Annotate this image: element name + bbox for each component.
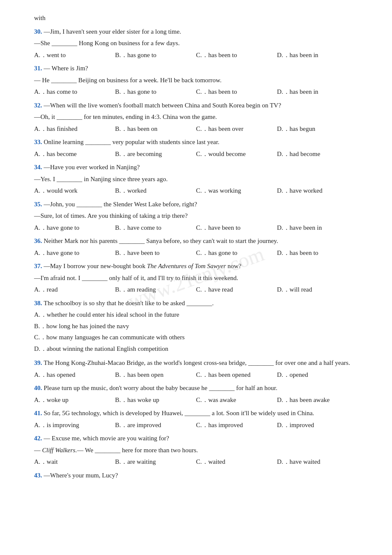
option-item: B.．has woke up <box>115 395 196 406</box>
question-number: 40. <box>34 384 44 391</box>
question-line: 42. — Excuse me, which movie are you wai… <box>34 433 358 444</box>
option-item: B.．have been to <box>115 248 196 259</box>
question-number: 38. <box>34 300 44 306</box>
options-block: A.．whether he could enter his ideal scho… <box>34 309 358 354</box>
question-line: 32. —When will the live women's football… <box>34 100 358 111</box>
option-item: C.．has improved <box>196 420 277 431</box>
option-item: A.．read <box>34 284 115 295</box>
option-item: D.．have waited <box>277 457 358 468</box>
intro-text: with <box>34 13 358 24</box>
option-item: D.．has been in <box>277 50 358 61</box>
option-item: C.．was awake <box>196 395 277 406</box>
option-item: A.．has come to <box>34 87 115 98</box>
question-line: 40. Please turn up the music, don't worr… <box>34 383 358 394</box>
option-item: D.．improved <box>277 420 358 431</box>
question-block: 38. The schoolboy is so shy that he does… <box>34 298 358 355</box>
question-block: 31. — Where is Jim?— He ________ Beijing… <box>34 63 358 98</box>
option-item: B.．has been open <box>115 370 196 381</box>
question-number: 32. <box>34 102 44 109</box>
option-item: B.．has gone to <box>115 50 196 61</box>
question-line: 35. —John, you ________ the Slender West… <box>34 199 358 210</box>
question-number: 34. <box>34 164 44 171</box>
option-item: B.．has been on <box>115 124 196 135</box>
option-item: C.．has been to <box>196 50 277 61</box>
option-item: A.．has opened <box>34 370 115 381</box>
question-line: 43. —Where's your mum, Lucy? <box>34 470 358 481</box>
question-block: 35. —John, you ________ the Slender West… <box>34 199 358 234</box>
options-row: A.．went toB.．has gone toC.．has been toD.… <box>34 50 358 61</box>
option-item: B.．worked <box>115 185 196 197</box>
option-item: C.．has been to <box>196 87 277 98</box>
question-line: —Sure, lot of times. Are you thinking of… <box>34 211 358 222</box>
option-item: D.．will read <box>277 284 358 295</box>
question-number: 42. <box>34 435 44 442</box>
option-item: A.．went to <box>34 50 115 61</box>
option-item: A.．has become <box>34 149 115 160</box>
options-row: A.．woke upB.．has woke upC.．was awakeD.．h… <box>34 395 358 406</box>
question-number: 41. <box>34 410 44 416</box>
option-item: C.．have read <box>196 284 277 295</box>
question-block: 39. The Hong Kong-Zhuhai-Macao Bridge, a… <box>34 358 358 380</box>
option-item: D.．have been in <box>277 223 358 234</box>
question-number: 43. <box>34 472 44 479</box>
option-item: A.．wait <box>34 457 115 468</box>
option-item: A.．have gone to <box>34 248 115 259</box>
option-item: A.．is improving <box>34 420 115 431</box>
options-row: A.．has finishedB.．has been onC.．has been… <box>34 124 358 135</box>
option-item: C.．would become <box>196 149 277 160</box>
question-block: 41. So far, 5G technology, which is deve… <box>34 408 358 431</box>
question-line: —Oh, it ________ for ten minutes, ending… <box>34 112 358 123</box>
question-line: —She ________ Hong Kong on business for … <box>34 38 358 49</box>
question-line: — He ________ Beijing on business for a … <box>34 75 358 86</box>
option-item: A.．have gone to <box>34 223 115 234</box>
question-line: —Yes. I ________ in Nanjing since three … <box>34 174 358 185</box>
question-block: 36. Neither Mark nor his parents _______… <box>34 236 358 258</box>
option-item: B.．how long he has joined the navy <box>34 321 358 332</box>
option-item: C.．was working <box>196 185 277 197</box>
options-row: A.．have gone toB.．have been toC.．has gon… <box>34 248 358 259</box>
options-row: A.．readB.．am readingC.．have readD.．will … <box>34 284 358 295</box>
option-item: D.．has been to <box>277 248 358 259</box>
question-line: —I'm afraid not. I ________ only half of… <box>34 273 358 284</box>
question-block: 37. —May I borrow your new-bought book T… <box>34 261 358 295</box>
question-block: 32. —When will the live women's football… <box>34 100 358 135</box>
option-item: D.．has been awake <box>277 395 358 406</box>
option-item: B.．are waiting <box>115 457 196 468</box>
question-line: 37. —May I borrow your new-bought book T… <box>34 261 358 272</box>
question-line: 36. Neither Mark nor his parents _______… <box>34 236 358 247</box>
option-item: B.．has gone to <box>115 87 196 98</box>
option-item: B.．are improved <box>115 420 196 431</box>
question-number: 37. <box>34 263 44 269</box>
option-item: C.．have been to <box>196 223 277 234</box>
option-item: A.．would work <box>34 185 115 197</box>
options-row: A.．have gone toB.．have come toC.．have be… <box>34 223 358 234</box>
question-line: 38. The schoolboy is so shy that he does… <box>34 298 358 309</box>
option-item: B.．have come to <box>115 223 196 234</box>
question-block: 33. Online learning ________ very popula… <box>34 137 358 159</box>
options-row: A.．would workB.．workedC.．was workingD.．h… <box>34 185 358 197</box>
question-number: 36. <box>34 237 44 244</box>
question-number: 33. <box>34 139 44 145</box>
option-item: D.．opened <box>277 370 358 381</box>
option-item: B.．are becoming <box>115 149 196 160</box>
question-line: 31. — Where is Jim? <box>34 63 358 74</box>
options-row: A.．has becomeB.．are becomingC.．would bec… <box>34 149 358 160</box>
option-item: D.．about winning the national English co… <box>34 344 358 355</box>
question-number: 31. <box>34 65 44 72</box>
question-number: 35. <box>34 201 44 208</box>
option-item: C.．has been opened <box>196 370 277 381</box>
option-item: C.．how many languages he can communicate… <box>34 332 358 343</box>
question-block: 34. —Have you ever worked in Nanjing?—Ye… <box>34 162 358 197</box>
question-line: 39. The Hong Kong-Zhuhai-Macao Bridge, a… <box>34 358 358 369</box>
options-row: A.．has come toB.．has gone toC.．has been … <box>34 87 358 98</box>
options-row: A.．is improvingB.．are improvedC.．has imp… <box>34 420 358 431</box>
question-number: 39. <box>34 359 44 366</box>
options-row: A.．waitB.．are waitingC.．waitedD.．have wa… <box>34 457 358 468</box>
question-line: 33. Online learning ________ very popula… <box>34 137 358 148</box>
question-block: 42. — Excuse me, which movie are you wai… <box>34 433 358 468</box>
option-item: D.．has begun <box>277 124 358 135</box>
option-item: C.．has been over <box>196 124 277 135</box>
option-item: A.．has finished <box>34 124 115 135</box>
question-line: 30. —Jim, I haven't seen your elder sist… <box>34 26 358 38</box>
option-item: B.．am reading <box>115 284 196 295</box>
